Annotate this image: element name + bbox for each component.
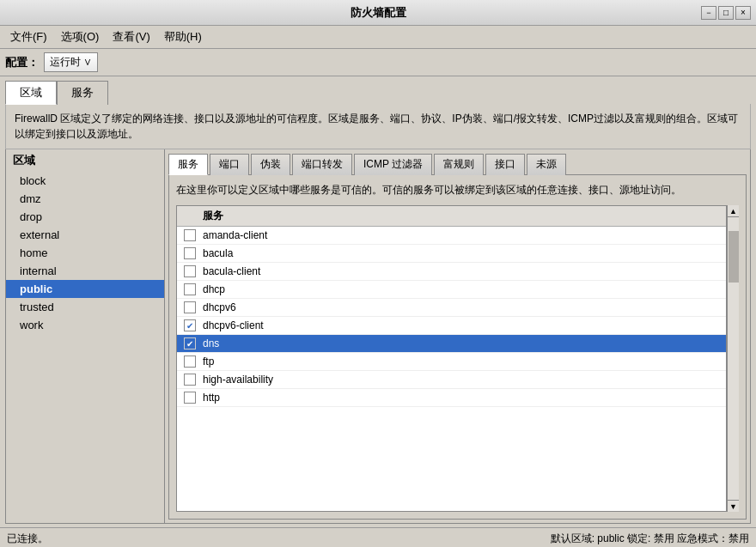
close-button[interactable]: × — [735, 6, 751, 20]
menu-view[interactable]: 查看(V) — [106, 27, 156, 46]
service-checkbox-dhcp[interactable] — [184, 283, 196, 295]
sub-tabs: 服务 端口 伪装 端口转发 ICMP 过滤器 富规则 接口 未源 — [165, 149, 750, 174]
menubar: 文件(F) 选项(O) 查看(V) 帮助(H) — [0, 26, 756, 49]
window-title: 防火墙配置 — [351, 5, 406, 21]
titlebar: 防火墙配置 － □ × — [0, 0, 756, 26]
service-label-high-availability: high-availability — [203, 374, 273, 386]
zone-trusted[interactable]: trusted — [6, 298, 164, 316]
tab-icmp[interactable]: ICMP 过滤器 — [354, 154, 432, 175]
service-row-dhcpv6-client[interactable]: ✔ dhcpv6-client — [177, 317, 726, 335]
zone-internal[interactable]: internal — [6, 262, 164, 280]
scrollbar-thumb[interactable] — [729, 231, 739, 283]
top-tabs: 区域 服务 — [5, 80, 751, 104]
zones-heading: 区域 — [6, 149, 164, 172]
right-panel: 服务 端口 伪装 端口转发 ICMP 过滤器 富规则 接口 未源 在这里你可以定… — [165, 149, 750, 523]
zones-panel: 区域 block dmz drop external home internal… — [6, 149, 165, 523]
menu-options[interactable]: 选项(O) — [54, 27, 107, 46]
runtime-select[interactable]: 运行时 ∨ — [44, 52, 98, 72]
service-row-ftp[interactable]: ftp — [177, 353, 726, 371]
service-label-bacula-client: bacula-client — [203, 265, 260, 277]
service-label-bacula: bacula — [203, 247, 233, 259]
services-table: 服务 amanda-client bacula — [176, 205, 727, 512]
tab-ports[interactable]: 端口 — [210, 154, 249, 175]
service-row-amanda-client[interactable]: amanda-client — [177, 227, 726, 245]
zone-public[interactable]: public — [6, 280, 164, 298]
service-label-dhcp: dhcp — [203, 283, 225, 295]
body-split: 区域 block dmz drop external home internal… — [5, 149, 751, 524]
window-controls: － □ × — [701, 6, 751, 20]
service-label-http: http — [203, 392, 220, 404]
zone-external[interactable]: external — [6, 226, 164, 244]
service-checkbox-ftp[interactable] — [184, 356, 196, 368]
service-row-http[interactable]: http — [177, 389, 726, 407]
zone-work[interactable]: work — [6, 316, 164, 334]
service-row-high-availability[interactable]: high-availability — [177, 371, 726, 389]
scrollbar[interactable]: ▲ ▼ — [727, 205, 739, 512]
config-label: 配置： — [5, 55, 39, 70]
statusbar-right: 默认区域: public 锁定: 禁用 应急模式：禁用 — [551, 532, 749, 546]
service-checkbox-high-availability[interactable] — [184, 374, 196, 386]
service-checkbox-dhcpv6-client[interactable]: ✔ — [184, 319, 196, 331]
service-row-bacula[interactable]: bacula — [177, 245, 726, 263]
service-label-dhcpv6-client: dhcpv6-client — [203, 319, 264, 331]
service-label-ftp: ftp — [203, 356, 214, 368]
service-checkbox-bacula[interactable] — [184, 247, 196, 259]
zone-block[interactable]: block — [6, 172, 164, 190]
service-checkbox-bacula-client[interactable] — [184, 265, 196, 277]
minimize-button[interactable]: － — [701, 6, 716, 20]
service-label-dns: dns — [203, 337, 219, 349]
tab-port-forward[interactable]: 端口转发 — [292, 154, 352, 175]
toolbar: 配置： 运行时 ∨ — [0, 49, 756, 76]
tab-interfaces[interactable]: 接口 — [485, 154, 525, 175]
maximize-button[interactable]: □ — [718, 6, 734, 20]
service-checkbox-amanda-client[interactable] — [184, 229, 196, 241]
service-label-dhcpv6: dhcpv6 — [203, 301, 236, 313]
service-checkbox-dns[interactable]: ✔ — [184, 337, 196, 349]
tab-masquerade[interactable]: 伪装 — [251, 154, 290, 175]
service-checkbox-http[interactable] — [184, 392, 196, 404]
services-table-header: 服务 — [177, 206, 726, 227]
zone-home[interactable]: home — [6, 244, 164, 262]
tab-zones[interactable]: 区域 — [5, 81, 57, 105]
tab-services[interactable]: 服务 — [57, 81, 108, 105]
service-checkbox-dhcpv6[interactable] — [184, 301, 196, 313]
statusbar: 已连接。 默认区域: public 锁定: 禁用 应急模式：禁用 — [0, 527, 756, 547]
tab-sources[interactable]: 未源 — [527, 154, 566, 175]
service-row-dhcp[interactable]: dhcp — [177, 281, 726, 299]
zone-dmz[interactable]: dmz — [6, 190, 164, 208]
zone-drop[interactable]: drop — [6, 208, 164, 226]
sub-content: 在这里你可以定义区域中哪些服务是可信的。可信的服务可以被绑定到该区域的任意连接、… — [168, 174, 747, 520]
service-label-amanda-client: amanda-client — [203, 229, 267, 241]
tab-services-sub[interactable]: 服务 — [168, 154, 208, 175]
service-row-bacula-client[interactable]: bacula-client — [177, 263, 726, 281]
menu-help[interactable]: 帮助(H) — [157, 27, 209, 46]
tab-rich-rules[interactable]: 富规则 — [434, 154, 484, 175]
services-column-header: 服务 — [203, 209, 223, 223]
service-row-dhcpv6[interactable]: dhcpv6 — [177, 299, 726, 317]
menu-file[interactable]: 文件(F) — [3, 27, 54, 46]
main-content: 区域 服务 FirewallD 区域定义了绑定的网络连接、接口以及源地址的可信程… — [0, 76, 756, 527]
statusbar-left: 已连接。 — [7, 532, 48, 546]
zone-description: FirewallD 区域定义了绑定的网络连接、接口以及源地址的可信程度。区域是服… — [5, 104, 751, 149]
service-row-dns[interactable]: ✔ dns — [177, 335, 726, 353]
sub-description: 在这里你可以定义区域中哪些服务是可信的。可信的服务可以被绑定到该区域的任意连接、… — [176, 182, 739, 198]
